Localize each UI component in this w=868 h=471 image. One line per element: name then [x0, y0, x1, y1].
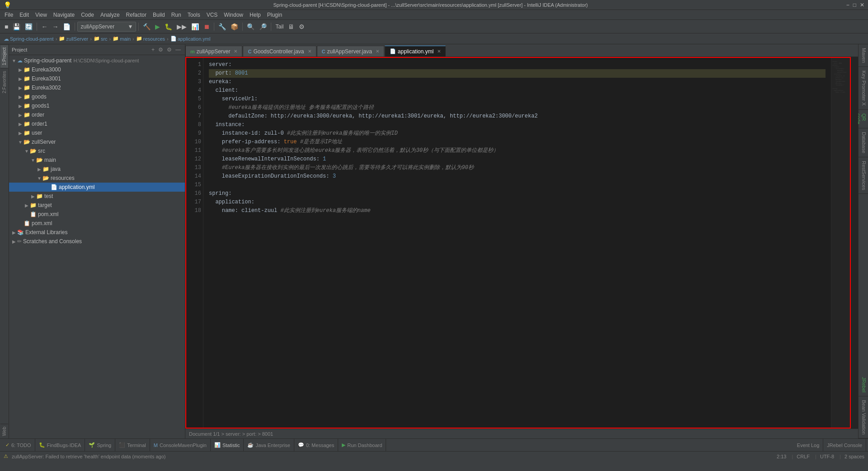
menu-refactor[interactable]: Refactor — [123, 11, 149, 19]
menu-run[interactable]: Run — [169, 11, 184, 19]
tree-root[interactable]: ▼ ☁ Spring-cloud-parent H:\CSDN\Spring-c… — [9, 56, 185, 65]
bc-main[interactable]: main — [120, 36, 131, 42]
bottom-tab-event-log[interactable]: Event Log — [793, 439, 824, 452]
bc-zullserver[interactable]: zullServer — [66, 36, 88, 42]
tree-order1[interactable]: ▶ 📁 order1 — [9, 119, 185, 128]
bottom-tab-messages[interactable]: 💬 0: Messages — [294, 439, 338, 452]
toolbar-tail-btn[interactable]: 🖥 — [286, 21, 296, 32]
close-button[interactable]: ✕ — [860, 2, 864, 8]
panel-gear-btn[interactable]: ⚙ — [157, 46, 165, 53]
bottom-tab-maven[interactable]: M ConsoleMavenPlugin — [150, 439, 211, 452]
tab-zullappserverjava[interactable]: C zullAppServer.java ✕ — [317, 46, 384, 57]
menu-window[interactable]: Window — [221, 11, 246, 19]
toolbar-debug-btn[interactable]: 🐛 — [163, 21, 174, 32]
tab-close-zullappserverjava[interactable]: ✕ — [376, 49, 379, 54]
tree-resources[interactable]: ▼ 📂 resources — [9, 174, 185, 183]
bottom-tab-terminal[interactable]: ⬛ Terminal — [115, 439, 150, 452]
tree-goods[interactable]: ▶ 📁 goods — [9, 92, 185, 101]
menu-vcs[interactable]: VCS — [204, 11, 221, 19]
toolbar-back-btn[interactable]: ← — [39, 21, 49, 32]
title-bar: 💡 Spring-cloud-parent [H:\CSDN\Spring-cl… — [0, 0, 868, 10]
tree-test[interactable]: ▶ 📁 test — [9, 192, 185, 201]
run-config-dropdown[interactable]: zullAppServer ▼ — [77, 22, 136, 32]
code-editor[interactable]: server: port: 8001 eureka: client: servi… — [203, 57, 831, 429]
toolbar-run2-btn[interactable]: ▶▶ — [175, 21, 189, 32]
right-panel-qrcode[interactable]: QRcode — [859, 110, 868, 128]
bottom-tab-run-dashboard[interactable]: ▶ Run Dashboard — [338, 439, 386, 452]
tree-user[interactable]: ▶ 📁 user — [9, 128, 185, 137]
bottom-tab-todo[interactable]: ✓ 6: TODO — [2, 439, 35, 452]
bottom-tab-jrebel-console[interactable]: JRebel Console — [823, 439, 866, 452]
bottom-tab-statistic[interactable]: 📊 Statistic — [211, 439, 244, 452]
menu-code[interactable]: Code — [78, 11, 97, 19]
maximize-button[interactable]: □ — [853, 2, 856, 8]
tree-scratches[interactable]: ▶ ✏ Scratches and Consoles — [9, 237, 185, 246]
tree-eureka3000[interactable]: ▶ 📁 Eureka3000 — [9, 65, 185, 74]
menu-tools[interactable]: Tools — [185, 11, 203, 19]
toolbar-run-btn[interactable]: ▶ — [153, 21, 162, 32]
bottom-tab-spring[interactable]: 🌱 Spring — [85, 439, 115, 452]
sidebar-favorites-tab[interactable]: 2:Favorites — [0, 68, 8, 96]
bc-resources[interactable]: resources — [143, 36, 165, 42]
right-panel-bean-validation[interactable]: Bean Validation — [859, 396, 868, 438]
toolbar-search-btn[interactable]: 🔍 — [245, 21, 256, 32]
toolbar-sync-btn[interactable]: 🔄 — [23, 21, 34, 32]
bc-file[interactable]: application.yml — [178, 36, 211, 42]
toolbar-forward-btn[interactable]: → — [50, 21, 60, 32]
tree-java[interactable]: ▶ 📁 java — [9, 165, 185, 174]
toolbar-coverage-btn[interactable]: 📊 — [189, 21, 201, 32]
right-panel-jrebel[interactable]: JRebel — [859, 373, 868, 396]
tree-main[interactable]: ▼ 📂 main — [9, 155, 185, 165]
sidebar-project-tab[interactable]: 1:Project — [0, 44, 8, 68]
panel-hide-btn[interactable]: — — [174, 46, 182, 53]
bottom-tab-javaee[interactable]: ☕ Java Enterprise — [244, 439, 294, 452]
menu-view[interactable]: View — [33, 11, 50, 19]
tree-eureka3001[interactable]: ▶ 📁 Eureka3001 — [9, 74, 185, 83]
panel-settings-btn[interactable]: ⚙ — [165, 46, 173, 53]
right-panel-database[interactable]: Database — [859, 128, 868, 157]
sidebar-web-tab[interactable]: Web — [0, 424, 8, 438]
menu-help[interactable]: Help — [247, 11, 264, 19]
toolbar-build-btn[interactable]: 🔨 — [141, 21, 152, 32]
tree-ext-libs[interactable]: ▶ 📚 External Libraries — [9, 228, 185, 237]
menu-edit[interactable]: Edit — [17, 11, 32, 19]
editor-content[interactable]: ✓ 1 2 3 4 5 6 7 8 9 10 11 12 13 14 15 16… — [185, 57, 858, 429]
toolbar-stop-btn[interactable]: ⏹ — [202, 21, 212, 32]
menu-plugin[interactable]: Plugin — [264, 11, 285, 19]
tree-application-yml[interactable]: 📄 application.yml — [9, 183, 185, 192]
tab-close-applicationyml[interactable]: ✕ — [437, 49, 441, 54]
toolbar-search2-btn[interactable]: 🔎 — [257, 21, 269, 32]
bottom-tab-findbugs[interactable]: 🐛 FindBugs-IDEA — [35, 439, 85, 452]
tab-close-goodscontroller[interactable]: ✕ — [308, 49, 311, 54]
tab-applicationyml[interactable]: 📄 application.yml ✕ — [385, 46, 446, 57]
tree-src[interactable]: ▼ 📂 src — [9, 146, 185, 155]
toolbar-save-btn[interactable]: 💾 — [11, 21, 22, 32]
toolbar-deploy-btn[interactable]: 📦 — [229, 21, 240, 32]
menu-build[interactable]: Build — [150, 11, 168, 19]
right-panel-maven[interactable]: Maven — [859, 44, 868, 67]
minimize-button[interactable]: − — [846, 2, 849, 8]
right-panel-restservices[interactable]: RestServices — [859, 157, 868, 194]
menu-file[interactable]: File — [2, 11, 16, 19]
toolbar-tools-btn[interactable]: 🔧 — [217, 21, 228, 32]
toolbar-project-btn[interactable]: ■ — [3, 21, 10, 32]
tree-eureka3002[interactable]: ▶ 📁 Eureka3002 — [9, 83, 185, 92]
right-panel-key-promoter[interactable]: Key Promoter X — [859, 67, 868, 110]
tree-order[interactable]: ▶ 📁 order — [9, 110, 185, 119]
toolbar-settings-btn[interactable]: ⚙ — [297, 21, 307, 32]
panel-add-btn[interactable]: + — [150, 46, 156, 53]
tree-target[interactable]: ▶ 📁 target — [9, 201, 185, 210]
bc-src[interactable]: src — [101, 36, 108, 42]
window-controls[interactable]: − □ ✕ — [846, 2, 864, 8]
bc-root[interactable]: Spring-cloud-parent — [10, 36, 54, 42]
menu-navigate[interactable]: Navigate — [51, 11, 77, 19]
tab-zullappserver[interactable]: m zullAppServer ✕ — [185, 46, 242, 57]
tab-goodscontroller[interactable]: C GoodsController.java ✕ — [243, 46, 316, 57]
tab-close-zullappserver[interactable]: ✕ — [234, 49, 237, 54]
menu-analyze[interactable]: Analyze — [98, 11, 123, 19]
tree-zullserver[interactable]: ▼ 📂 zullServer — [9, 137, 185, 146]
tree-pom-zull[interactable]: 📋 pom.xml — [9, 210, 185, 219]
tree-goods1[interactable]: ▶ 📁 goods1 — [9, 101, 185, 110]
tree-pom-root[interactable]: 📋 pom.xml — [9, 219, 185, 228]
toolbar-nav-btn[interactable]: 📄 — [61, 21, 72, 32]
